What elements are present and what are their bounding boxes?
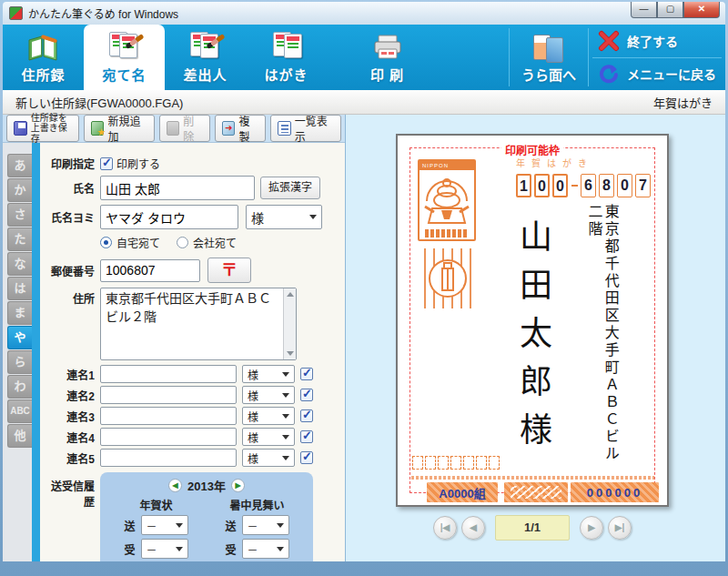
next-record-button[interactable]: ▶ <box>580 516 603 540</box>
chevron-down-icon <box>282 435 289 440</box>
list-view-button[interactable]: 一覧表示 <box>270 115 341 142</box>
close-button[interactable]: ✕ <box>683 2 720 18</box>
menu-return-button[interactable]: メニューに戻る <box>589 58 725 91</box>
postcard-icon <box>269 30 304 65</box>
titlebar: かんたん筆ぐるめ for Windows — ▢ ✕ <box>3 2 725 25</box>
kana-tab-a[interactable]: あ <box>7 154 32 177</box>
home-radio-label: 自宅宛て <box>116 235 160 250</box>
trash-icon <box>167 121 180 136</box>
tab-print[interactable]: 印 刷 <box>347 25 428 90</box>
sender-icon <box>188 30 223 65</box>
name-input[interactable] <box>100 176 255 200</box>
yomi-input[interactable] <box>100 205 238 229</box>
kana-tab-ya[interactable]: や <box>7 326 32 349</box>
kana-tab-ha[interactable]: は <box>7 277 32 300</box>
joint5-label: 連名5 <box>42 450 100 466</box>
minimize-button[interactable]: — <box>631 2 657 18</box>
address-textarea[interactable]: 東京都千代田区大手町ＡＢＣ ビル２階 <box>100 288 297 360</box>
address-book-icon <box>25 30 62 65</box>
kana-tab-na[interactable]: な <box>7 252 32 276</box>
history-year: 2013年 <box>187 477 226 494</box>
joint4-honorific-select[interactable]: 様 <box>242 428 295 446</box>
save-overwrite-button[interactable]: 住所録を 上書き保存 <box>6 115 79 142</box>
window-title: かんたん筆ぐるめ for Windows <box>28 5 178 21</box>
printer-icon <box>369 30 406 65</box>
joint4-input[interactable] <box>100 428 237 446</box>
card-type-script: 年賀はがき <box>516 156 593 169</box>
joint5-input[interactable] <box>100 449 237 467</box>
scroll-down-icon[interactable] <box>287 351 294 356</box>
summer-receive-select[interactable]: － <box>242 539 289 559</box>
stamp-area: NIPPON <box>418 159 476 241</box>
exit-x-icon <box>598 30 620 52</box>
honorific-select[interactable]: 様 <box>246 205 322 229</box>
tab-postcard[interactable]: はがき <box>246 25 327 90</box>
exit-button[interactable]: 終了する <box>589 25 725 57</box>
scroll-up-icon[interactable] <box>287 292 294 297</box>
joint1-honorific-select[interactable]: 様 <box>242 365 295 383</box>
record-pager: |◀ ◀ 1/1 ▶ ▶| <box>396 515 669 541</box>
tab-address-book[interactable]: 住所録 <box>3 25 84 90</box>
joint1-input[interactable] <box>100 365 237 383</box>
yomi-label: 氏名ヨミ <box>42 209 100 225</box>
lottery-notice-text <box>411 476 654 480</box>
joint2-honorific-select[interactable]: 様 <box>242 386 295 404</box>
joint2-checkbox[interactable] <box>300 389 313 401</box>
stamp-caption <box>425 229 469 237</box>
history-label: 送受信履歴 <box>42 472 100 509</box>
zip-input[interactable] <box>100 259 200 282</box>
backside-button[interactable]: うら面へ <box>510 25 588 90</box>
kana-tab-other[interactable]: 他 <box>7 424 32 448</box>
receive-label: 受 <box>124 541 135 557</box>
summer-send-select[interactable]: － <box>242 515 289 535</box>
prev-record-button[interactable]: ◀ <box>461 516 485 540</box>
postmark-icon <box>421 248 474 308</box>
nenga-receive-select[interactable]: － <box>141 539 188 559</box>
app-icon <box>9 6 23 20</box>
extended-kanji-button[interactable]: 拡張漢字 <box>260 177 320 199</box>
kana-index-rail: あ か さ た な は ま や ら わ ABC 他 <box>3 143 32 561</box>
kana-tab-wa[interactable]: わ <box>7 375 32 399</box>
tab-addressee[interactable]: 宛て名 <box>84 25 165 90</box>
address-scrollbar[interactable] <box>283 288 296 359</box>
zip-dash <box>571 185 578 187</box>
kana-tab-ka[interactable]: か <box>7 178 32 202</box>
kana-tab-ra[interactable]: ら <box>7 350 32 374</box>
zip-lookup-button[interactable]: 〒 <box>207 258 251 283</box>
delete-button[interactable]: 削除 <box>159 115 210 142</box>
kana-tab-sa[interactable]: さ <box>7 203 32 227</box>
receive-label: 受 <box>225 541 236 557</box>
kana-tab-ma[interactable]: ま <box>7 301 32 325</box>
joint1-checkbox[interactable] <box>300 368 313 380</box>
joint3-checkbox[interactable] <box>300 409 313 422</box>
joint2-label: 連名2 <box>42 388 100 403</box>
address-form: 印刷指定 印刷する 氏名 拡張漢字 氏名ヨミ <box>40 143 345 561</box>
joint2-input[interactable] <box>100 386 237 404</box>
joint3-input[interactable] <box>100 407 237 425</box>
year-next-button[interactable]: ▶ <box>231 479 245 492</box>
nenga-send-select[interactable]: － <box>141 515 188 535</box>
add-new-button[interactable]: 新規追加 <box>84 115 155 142</box>
office-radio-label: 会社宛て <box>193 235 237 250</box>
kagami-mochi-icon <box>420 170 474 230</box>
print-checkbox[interactable] <box>100 157 113 170</box>
maximize-button[interactable]: ▢ <box>657 2 683 18</box>
joint5-checkbox[interactable] <box>300 451 313 464</box>
copy-icon <box>222 121 236 136</box>
office-radio[interactable] <box>177 237 188 248</box>
first-record-button[interactable]: |◀ <box>433 516 457 540</box>
last-record-button[interactable]: ▶| <box>608 516 632 540</box>
kana-tab-abc[interactable]: ABC <box>7 399 32 423</box>
kana-tab-ta[interactable]: た <box>7 227 32 251</box>
lottery-group-number: A0000組 <box>427 482 498 502</box>
year-prev-button[interactable]: ◀ <box>168 479 182 492</box>
joint4-checkbox[interactable] <box>300 430 313 443</box>
home-radio[interactable] <box>100 237 112 248</box>
print-spec-label: 印刷指定 <box>42 156 100 171</box>
duplicate-button[interactable]: 複製 <box>215 115 266 142</box>
joint5-honorific-select[interactable]: 様 <box>242 449 295 467</box>
joint3-honorific-select[interactable]: 様 <box>242 407 295 425</box>
recipient-name-vertical: 山田太郎様 <box>516 219 549 474</box>
chevron-down-icon <box>277 547 284 551</box>
tab-sender[interactable]: 差出人 <box>165 25 246 90</box>
